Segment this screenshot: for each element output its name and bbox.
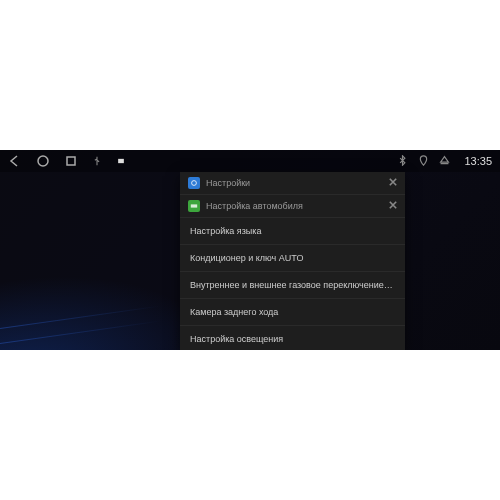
device-screen: 13:35 Настройки Настройка автомобиля Нас… bbox=[0, 150, 500, 350]
status-icons: 13:35 bbox=[397, 155, 492, 168]
nav-buttons bbox=[8, 154, 126, 168]
panel-header-settings[interactable]: Настройки bbox=[180, 172, 405, 195]
panel-header-car-settings-label: Настройка автомобиля bbox=[206, 201, 383, 211]
menu-item-rear-camera[interactable]: Камера заднего хода bbox=[180, 299, 405, 326]
close-icon[interactable] bbox=[389, 178, 397, 188]
bluetooth-icon bbox=[397, 155, 408, 168]
status-bar: 13:35 bbox=[0, 150, 500, 172]
panel-header-car-settings[interactable]: Настройка автомобиля bbox=[180, 195, 405, 218]
svg-point-3 bbox=[192, 181, 197, 186]
settings-dropdown: Настройки Настройка автомобиля Настройка… bbox=[180, 172, 405, 350]
settings-app-icon bbox=[188, 177, 200, 189]
svg-rect-1 bbox=[67, 157, 75, 165]
location-icon bbox=[418, 155, 429, 168]
menu-item-language[interactable]: Настройка языка bbox=[180, 218, 405, 245]
menu-item-ac-auto[interactable]: Кондиционер и ключ AUTO bbox=[180, 245, 405, 272]
close-icon[interactable] bbox=[389, 201, 397, 211]
svg-point-0 bbox=[38, 156, 48, 166]
menu-item-gas-switch[interactable]: Внутреннее и внешнее газовое переключени… bbox=[180, 272, 405, 299]
menu-item-lighting[interactable]: Настройка освещения bbox=[180, 326, 405, 350]
home-icon[interactable] bbox=[36, 154, 50, 168]
recent-icon[interactable] bbox=[64, 154, 78, 168]
clock: 13:35 bbox=[464, 155, 492, 167]
eject-icon bbox=[439, 155, 450, 168]
back-icon[interactable] bbox=[8, 154, 22, 168]
svg-rect-4 bbox=[191, 204, 197, 207]
panel-header-settings-label: Настройки bbox=[206, 178, 383, 188]
car-settings-app-icon bbox=[188, 200, 200, 212]
svg-rect-2 bbox=[118, 159, 124, 163]
app-icon bbox=[116, 156, 126, 166]
usb-icon bbox=[92, 156, 102, 166]
